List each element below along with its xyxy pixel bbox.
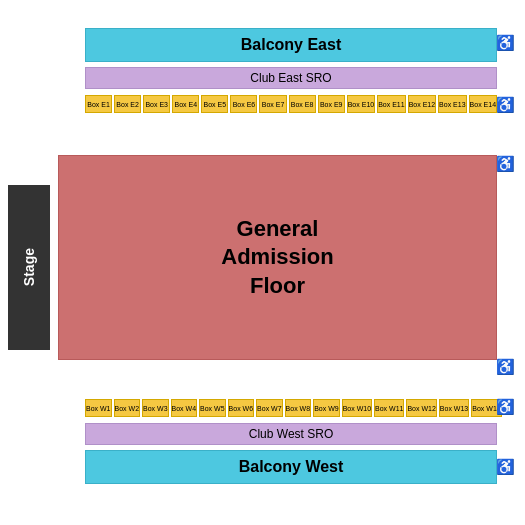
venue-map: Balcony East ♿ Club East SRO Box E1Box E… <box>0 0 525 525</box>
box-e-item[interactable]: Box E9 <box>318 95 345 113</box>
box-e-item[interactable]: Box E6 <box>230 95 257 113</box>
box-w-row: Box W1Box W2Box W3Box W4Box W5Box W6Box … <box>85 398 497 418</box>
box-e-item[interactable]: Box E10 <box>347 95 375 113</box>
accessibility-icon-ga-top: ♿ <box>496 155 515 173</box>
accessibility-icon-balcony-east: ♿ <box>496 34 515 52</box>
box-w-item[interactable]: Box W6 <box>228 399 255 417</box>
stage-label: Stage <box>21 248 37 286</box>
box-w-item[interactable]: Box W4 <box>171 399 198 417</box>
box-w-item[interactable]: Box W1 <box>85 399 112 417</box>
box-w-item[interactable]: Box W2 <box>114 399 141 417</box>
box-e-item[interactable]: Box E8 <box>289 95 316 113</box>
box-w-item[interactable]: Box W12 <box>406 399 436 417</box>
accessibility-icon-balcony-west: ♿ <box>496 458 515 476</box>
box-w-item[interactable]: Box W7 <box>256 399 283 417</box>
box-e-item[interactable]: Box E11 <box>377 95 405 113</box>
box-w-item[interactable]: Box W9 <box>313 399 340 417</box>
balcony-west[interactable]: Balcony West <box>85 450 497 484</box>
accessibility-icon-box-w: ♿ <box>496 398 515 416</box>
box-e-item[interactable]: Box E1 <box>85 95 112 113</box>
balcony-east[interactable]: Balcony East <box>85 28 497 62</box>
balcony-west-label: Balcony West <box>239 458 344 476</box>
box-w-item[interactable]: Box W11 <box>374 399 404 417</box>
box-e-item[interactable]: Box E7 <box>259 95 286 113</box>
box-w-item[interactable]: Box W3 <box>142 399 169 417</box>
stage: Stage <box>8 185 50 350</box>
box-w-item[interactable]: Box W13 <box>439 399 469 417</box>
box-e-item[interactable]: Box E5 <box>201 95 228 113</box>
club-east-sro-label: Club East SRO <box>250 71 331 85</box>
box-e-item[interactable]: Box E12 <box>408 95 436 113</box>
accessibility-icon-box-e: ♿ <box>496 96 515 114</box>
club-west-sro[interactable]: Club West SRO <box>85 423 497 445</box>
balcony-east-label: Balcony East <box>241 36 341 54</box>
box-w-item[interactable]: Box W10 <box>342 399 372 417</box>
box-e-item[interactable]: Box E3 <box>143 95 170 113</box>
club-west-sro-label: Club West SRO <box>249 427 333 441</box>
ga-floor[interactable]: GeneralAdmissionFloor <box>58 155 497 360</box>
box-e-item[interactable]: Box E13 <box>438 95 466 113</box>
ga-floor-label: GeneralAdmissionFloor <box>221 215 333 301</box>
club-east-sro[interactable]: Club East SRO <box>85 67 497 89</box>
box-e-item[interactable]: Box E2 <box>114 95 141 113</box>
box-w-item[interactable]: Box W5 <box>199 399 226 417</box>
box-e-row: Box E1Box E2Box E3Box E4Box E5Box E6Box … <box>85 94 497 114</box>
box-e-item[interactable]: Box E14 <box>469 95 497 113</box>
accessibility-icon-ga-bottom: ♿ <box>496 358 515 376</box>
box-w-item[interactable]: Box W8 <box>285 399 312 417</box>
box-e-item[interactable]: Box E4 <box>172 95 199 113</box>
